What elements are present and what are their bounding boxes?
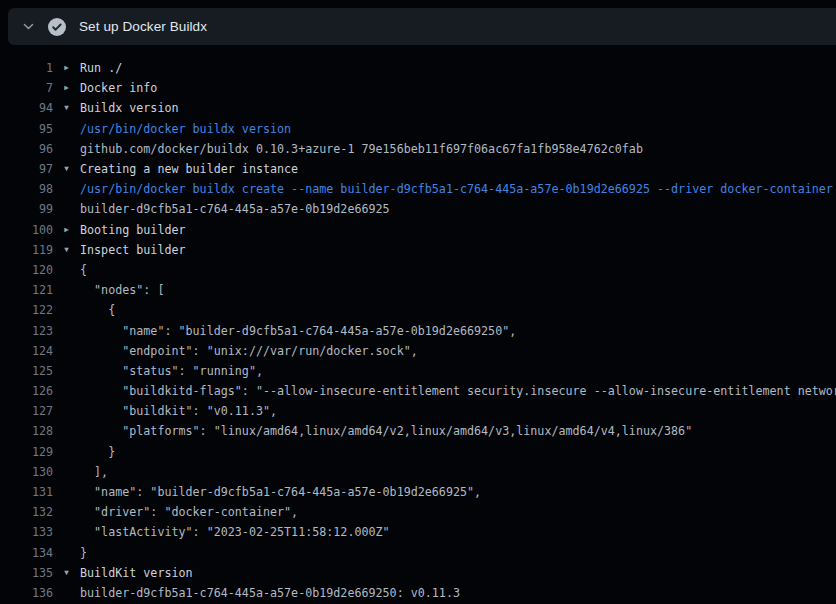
log-output-text: ], (80, 465, 108, 479)
log-output-text: } (80, 546, 87, 560)
line-number[interactable]: 126 (0, 384, 53, 398)
group-collapsed-toggle-icon[interactable]: ▶ (53, 78, 80, 98)
log-line: 119▼Inspect builder (0, 240, 836, 260)
log-output-text: "driver": "docker-container", (80, 505, 298, 519)
line-number[interactable]: 124 (0, 344, 53, 358)
log-line: 7▶Docker info (0, 78, 836, 98)
log-group-title[interactable]: Docker info (80, 81, 157, 95)
log-line: 121 "nodes": [ (0, 280, 836, 300)
log-line: 135▼BuildKit version (0, 563, 836, 583)
log-output-text: "buildkitd-flags": "--allow-insecure-ent… (80, 384, 836, 398)
log-group-title[interactable]: Booting builder (80, 223, 186, 237)
log-line: 125 "status": "running", (0, 361, 836, 381)
check-circle-icon (48, 18, 66, 36)
log-output-text: "endpoint": "unix:///var/run/docker.sock… (80, 344, 418, 358)
log-line: 97▼Creating a new builder instance (0, 159, 836, 179)
log-line: 130 ], (0, 462, 836, 482)
line-number[interactable]: 129 (0, 445, 53, 459)
line-number[interactable]: 119 (0, 243, 53, 257)
log-line: 94▼Buildx version (0, 98, 836, 118)
line-number[interactable]: 133 (0, 525, 53, 539)
log-output-text: "nodes": [ (80, 283, 164, 297)
log-line: 100▶Booting builder (0, 220, 836, 240)
line-number[interactable]: 1 (0, 61, 53, 75)
chevron-down-icon[interactable] (22, 20, 35, 33)
log-output-text: "platforms": "linux/amd64,linux/amd64/v2… (80, 424, 692, 438)
log-line: 127 "buildkit": "v0.11.3", (0, 401, 836, 421)
log-line: 95/usr/bin/docker buildx version (0, 119, 836, 139)
line-number[interactable]: 127 (0, 404, 53, 418)
log-line: 99builder-d9cfb5a1-c764-445a-a57e-0b19d2… (0, 199, 836, 219)
line-number[interactable]: 100 (0, 223, 53, 237)
log-line: 122 { (0, 300, 836, 320)
log-output-text: { (80, 263, 87, 277)
line-number[interactable]: 134 (0, 546, 53, 560)
log-line: 123 "name": "builder-d9cfb5a1-c764-445a-… (0, 320, 836, 340)
group-expanded-toggle-icon[interactable]: ▼ (53, 240, 80, 260)
line-number[interactable]: 95 (0, 122, 53, 136)
log-line: 126 "buildkitd-flags": "--allow-insecure… (0, 381, 836, 401)
log-output-text: builder-d9cfb5a1-c764-445a-a57e-0b19d2e6… (80, 586, 460, 600)
log-output-text: "lastActivity": "2023-02-25T11:58:12.000… (80, 525, 390, 539)
group-collapsed-toggle-icon[interactable]: ▶ (53, 58, 80, 78)
log-line: 98/usr/bin/docker buildx create --name b… (0, 179, 836, 199)
log-output-text: } (80, 445, 115, 459)
log-line: 136builder-d9cfb5a1-c764-445a-a57e-0b19d… (0, 583, 836, 603)
log-line: 96github.com/docker/buildx 0.10.3+azure-… (0, 139, 836, 159)
line-number[interactable]: 121 (0, 283, 53, 297)
log-group-title[interactable]: Buildx version (80, 101, 179, 115)
log-line: 1▶Run ./ (0, 58, 836, 78)
log-output-text: "buildkit": "v0.11.3", (80, 404, 277, 418)
log-group-title[interactable]: Creating a new builder instance (80, 162, 298, 176)
line-number[interactable]: 128 (0, 424, 53, 438)
line-number[interactable]: 123 (0, 324, 53, 338)
group-expanded-toggle-icon[interactable]: ▼ (53, 98, 80, 118)
line-number[interactable]: 130 (0, 465, 53, 479)
log-line: 133 "lastActivity": "2023-02-25T11:58:12… (0, 522, 836, 542)
line-number[interactable]: 125 (0, 364, 53, 378)
line-number[interactable]: 135 (0, 566, 53, 580)
log-line: 131 "name": "builder-d9cfb5a1-c764-445a-… (0, 482, 836, 502)
line-number[interactable]: 136 (0, 586, 53, 600)
line-number[interactable]: 7 (0, 81, 53, 95)
log-line: 129 } (0, 442, 836, 462)
step-title: Set up Docker Buildx (79, 19, 207, 34)
line-number[interactable]: 131 (0, 485, 53, 499)
line-number[interactable]: 96 (0, 142, 53, 156)
log-line: 132 "driver": "docker-container", (0, 502, 836, 522)
log-line: 128 "platforms": "linux/amd64,linux/amd6… (0, 421, 836, 441)
log-command-text: /usr/bin/docker buildx version (80, 122, 291, 136)
step-header[interactable]: Set up Docker Buildx (8, 8, 836, 45)
line-number[interactable]: 98 (0, 182, 53, 196)
log-line: 120{ (0, 260, 836, 280)
log-line: 134} (0, 543, 836, 563)
log-group-title[interactable]: Run ./ (80, 61, 122, 75)
log-output-text: "status": "running", (80, 364, 263, 378)
log-output-text: "name": "builder-d9cfb5a1-c764-445a-a57e… (80, 324, 516, 338)
log-output-text: builder-d9cfb5a1-c764-445a-a57e-0b19d2e6… (80, 202, 390, 216)
line-number[interactable]: 99 (0, 202, 53, 216)
line-number[interactable]: 94 (0, 101, 53, 115)
log-lines: 1▶Run ./7▶Docker info94▼Buildx version95… (0, 45, 836, 604)
log-output-text: { (80, 303, 115, 317)
line-number[interactable]: 97 (0, 162, 53, 176)
line-number[interactable]: 122 (0, 303, 53, 317)
log-command-text: /usr/bin/docker buildx create --name bui… (80, 182, 833, 196)
line-number[interactable]: 120 (0, 263, 53, 277)
group-expanded-toggle-icon[interactable]: ▼ (53, 159, 80, 179)
log-line: 124 "endpoint": "unix:///var/run/docker.… (0, 341, 836, 361)
line-number[interactable]: 132 (0, 505, 53, 519)
log-group-title[interactable]: Inspect builder (80, 243, 186, 257)
log-output-text: github.com/docker/buildx 0.10.3+azure-1 … (80, 142, 643, 156)
group-collapsed-toggle-icon[interactable]: ▶ (53, 220, 80, 240)
log-output-text: "name": "builder-d9cfb5a1-c764-445a-a57e… (80, 485, 481, 499)
log-group-title[interactable]: BuildKit version (80, 566, 193, 580)
group-expanded-toggle-icon[interactable]: ▼ (53, 563, 80, 583)
